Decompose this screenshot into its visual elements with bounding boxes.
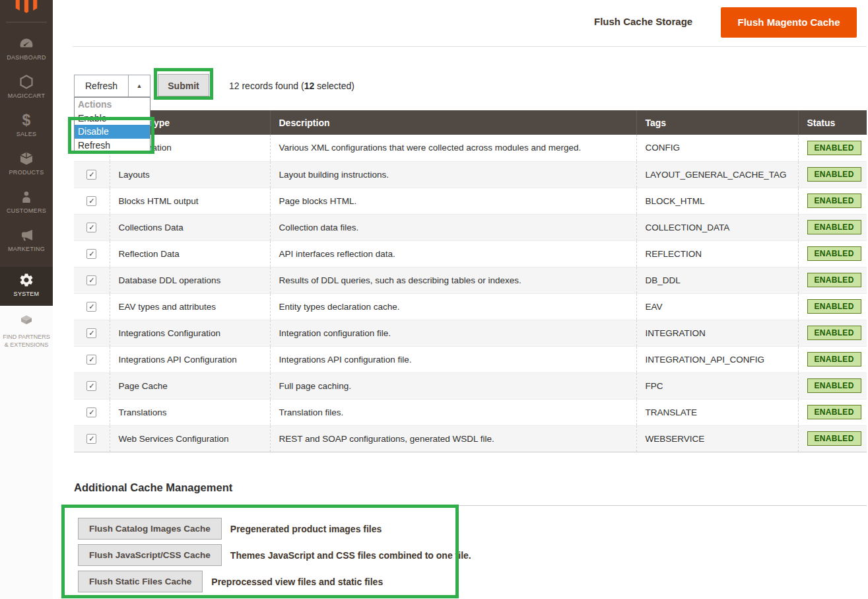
cell-description: Integrations API configuration file. xyxy=(270,346,636,372)
admin-sidebar: DASHBOARD MAGICCART $ SALES PRODUCTS xyxy=(0,0,53,306)
cell-tag: BLOCK_HTML xyxy=(636,188,798,214)
cell-description: Collection data files. xyxy=(270,214,636,240)
row-checkbox[interactable]: ✓ xyxy=(86,355,96,365)
row-checkbox[interactable]: ✓ xyxy=(86,434,96,444)
sidebar-item-label: SALES xyxy=(0,131,53,137)
cache-management-page: DASHBOARD MAGICCART $ SALES PRODUCTS xyxy=(0,0,868,599)
cell-tag: TRANSLATE xyxy=(636,399,798,425)
status-badge: ENABLED xyxy=(807,246,861,261)
row-checkbox[interactable]: ✓ xyxy=(86,407,96,417)
sidebar-item-customers[interactable]: CUSTOMERS xyxy=(0,184,53,222)
cell-tag: INTEGRATION_API_CONFIG xyxy=(636,346,798,372)
flush-catalog-images-cache-button[interactable]: Flush Catalog Images Cache xyxy=(78,518,222,540)
row-checkbox[interactable]: ✓ xyxy=(86,302,96,312)
sidebar-item-system[interactable]: SYSTEM xyxy=(0,267,53,306)
cell-tag: INTEGRATION xyxy=(636,320,798,346)
cell-description: API interfaces reflection data. xyxy=(270,240,636,267)
cell-cache-type: Reflection Data xyxy=(110,240,270,267)
dollar-icon: $ xyxy=(0,112,53,128)
dropdown-group-actions: Actions xyxy=(75,98,150,112)
dropdown-option-disable[interactable]: Disable xyxy=(75,125,150,139)
flush-javascript-css-cache-button[interactable]: Flush JavaScript/CSS Cache xyxy=(78,544,222,566)
table-row: ✓ Integrations Configuration Integration… xyxy=(74,320,867,346)
actions-dropdown-menu: Actions Enable Disable Refresh xyxy=(74,97,150,153)
row-checkbox[interactable]: ✓ xyxy=(86,223,96,232)
row-checkbox[interactable]: ✓ xyxy=(86,328,96,338)
table-row: ✓ Integrations API Configuration Integra… xyxy=(74,346,867,372)
chevron-up-icon[interactable]: ▲ xyxy=(128,75,150,96)
dropdown-option-refresh[interactable]: Refresh xyxy=(75,139,150,153)
cell-cache-type: Page Cache xyxy=(110,372,270,399)
customers-person-icon xyxy=(0,189,53,205)
status-badge: ENABLED xyxy=(807,141,861,155)
table-row: ✓ Database DDL operations Results of DDL… xyxy=(74,267,867,293)
cell-tag: EAV xyxy=(636,293,798,320)
row-checkbox[interactable]: ✓ xyxy=(86,196,96,206)
sidebar-item-products[interactable]: PRODUCTS xyxy=(0,145,53,184)
table-header-row: ✓▼ Cache Type Description Tags Status xyxy=(74,110,867,135)
status-badge: ENABLED xyxy=(807,352,861,367)
cell-description: Translation files. xyxy=(270,399,636,425)
checkmark-icon: ✓ xyxy=(88,250,94,258)
row-checkbox[interactable]: ✓ xyxy=(86,170,96,180)
find-partners-label-line2: & EXTENSIONS xyxy=(0,341,53,349)
table-row: ✓ Translations Translation files. TRANSL… xyxy=(74,399,867,425)
cell-cache-type: Database DDL operations xyxy=(110,267,270,293)
row-checkbox[interactable]: ✓ xyxy=(86,249,96,259)
column-header-status: Status xyxy=(798,110,867,135)
checkmark-icon: ✓ xyxy=(88,223,94,231)
cell-description: Page blocks HTML. xyxy=(270,188,636,214)
find-partners-label-line1: FIND PARTNERS xyxy=(0,333,53,341)
flush-cache-storage-button[interactable]: Flush Cache Storage xyxy=(594,16,692,27)
actions-select-value: Refresh xyxy=(75,75,128,96)
records-count: 12 records found (12 selected) xyxy=(229,81,354,91)
sidebar-item-find-partners[interactable]: FIND PARTNERS & EXTENSIONS xyxy=(0,312,53,349)
records-prefix: 12 records found ( xyxy=(229,81,304,91)
actions-select[interactable]: Refresh ▲ xyxy=(74,75,150,97)
flush-static-files-cache-button[interactable]: Flush Static Files Cache xyxy=(78,571,203,592)
additional-action-row: Flush JavaScript/CSS Cache Themes JavaSc… xyxy=(78,544,471,566)
cell-cache-type: Layouts xyxy=(110,161,270,188)
table-row: ✓ Configuration Various XML configuratio… xyxy=(74,135,867,161)
status-badge: ENABLED xyxy=(807,273,861,287)
status-badge: ENABLED xyxy=(807,167,861,182)
sidebar-item-dashboard[interactable]: DASHBOARD xyxy=(0,30,53,69)
cell-description: Full page caching. xyxy=(270,372,636,399)
cell-description: Results of DDL queries, such as describi… xyxy=(270,267,636,293)
sidebar-item-marketing[interactable]: MARKETING xyxy=(0,222,53,260)
sidebar-item-label: MARKETING xyxy=(0,246,53,252)
submit-button[interactable]: Submit xyxy=(158,74,209,96)
sidebar-item-label: CUSTOMERS xyxy=(0,207,53,214)
header-divider xyxy=(73,46,867,47)
row-checkbox[interactable]: ✓ xyxy=(86,381,96,391)
cell-tag: REFLECTION xyxy=(636,240,798,267)
row-checkbox[interactable]: ✓ xyxy=(86,275,96,285)
cell-tag: LAYOUT_GENERAL_CACHE_TAG xyxy=(636,161,798,188)
flush-magento-cache-button[interactable]: Flush Magento Cache xyxy=(721,7,857,38)
table-row: ✓ Collections Data Collection data files… xyxy=(74,214,867,240)
status-badge: ENABLED xyxy=(807,326,861,340)
additional-cache-title: Additional Cache Management xyxy=(74,481,232,494)
cell-cache-type: Blocks HTML output xyxy=(110,188,270,214)
flush-static-files-description: Preprocessed view files and static files xyxy=(211,577,383,587)
cache-table: ✓▼ Cache Type Description Tags Status ✓ … xyxy=(74,110,867,452)
additional-section-divider xyxy=(73,505,867,506)
sidebar-lower-area xyxy=(0,306,53,599)
table-row: ✓ EAV types and attributes Entity types … xyxy=(74,293,867,320)
status-badge: ENABLED xyxy=(807,194,861,208)
sidebar-item-magiccart[interactable]: MAGICCART xyxy=(0,69,53,107)
dropdown-option-enable[interactable]: Enable xyxy=(75,112,150,125)
table-row: ✓ Reflection Data API interfaces reflect… xyxy=(74,240,867,267)
sidebar-item-label: PRODUCTS xyxy=(0,169,53,176)
system-gear-icon xyxy=(0,272,53,288)
checkmark-icon: ✓ xyxy=(88,302,94,310)
status-badge: ENABLED xyxy=(807,405,861,419)
products-box-icon xyxy=(0,151,53,166)
marketing-megaphone-icon xyxy=(0,227,53,243)
cell-cache-type: Translations xyxy=(110,399,270,425)
magento-logo[interactable] xyxy=(15,0,38,15)
cell-tag: COLLECTION_DATA xyxy=(636,214,798,240)
sidebar-item-sales[interactable]: $ SALES xyxy=(0,107,53,145)
cell-tag: DB_DDL xyxy=(636,267,798,293)
sidebar-item-label: DASHBOARD xyxy=(0,54,53,61)
